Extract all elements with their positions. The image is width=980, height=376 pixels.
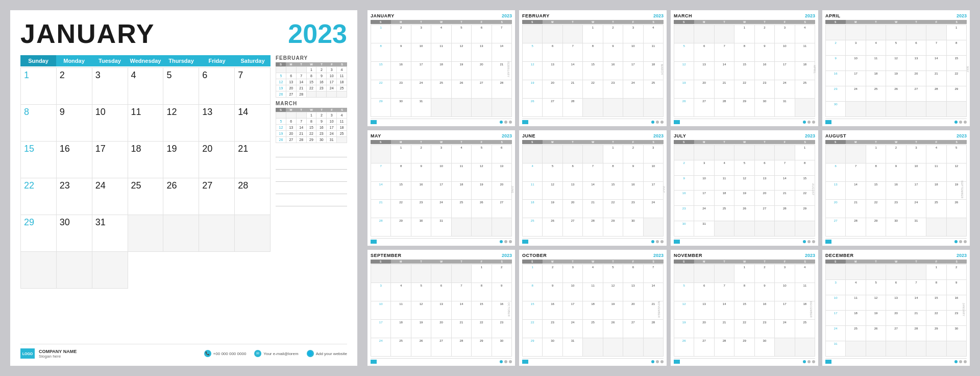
thumb-day-header: S — [492, 20, 512, 24]
thumb-day-cell: 6 — [826, 163, 846, 182]
thumb-day-cell: 26 — [411, 338, 431, 357]
thumb-dot-1 — [651, 360, 654, 363]
thumb-day-header: T — [906, 20, 926, 24]
thumb-day-cell: 24 — [563, 320, 583, 338]
thumb-day-cell: 2 — [755, 265, 775, 283]
thumb-empty-cell — [755, 145, 775, 160]
thumb-day-header: M — [543, 140, 563, 144]
thumb-side-label: OCTOBER — [507, 302, 510, 317]
thumb-month: SEPTEMBER — [371, 253, 402, 258]
thumb-day-cell: 28 — [715, 99, 734, 117]
main-cal-section: Sunday Monday Tuesday Wednesday Thursday… — [20, 55, 271, 340]
thumb-dot-1 — [954, 121, 958, 124]
thumb-dot-2 — [504, 360, 507, 363]
thumb-day-cell: 2 — [623, 145, 643, 163]
day-13: 13 — [199, 105, 235, 142]
thumb-side-label: AUGUST — [812, 183, 815, 196]
day-empty-5 — [21, 252, 57, 289]
thumb-empty-cell — [603, 99, 623, 117]
thumb-day-headers: SMTWTFS — [674, 20, 815, 24]
thumb-day-cell: 7 — [644, 265, 664, 283]
thumb-day-cell: 7 — [371, 163, 391, 182]
thumb-december: DECEMBER 2023 JANUARYSMTWTFS123456789101… — [822, 250, 970, 366]
thumb-day-cell: 23 — [755, 80, 775, 99]
thumb-dot-1 — [500, 360, 503, 363]
thumb-day-header: F — [775, 260, 795, 264]
thumb-day-cell: 22 — [523, 320, 543, 338]
thumb-empty-cell — [583, 338, 603, 357]
thumb-day-cell: 27 — [543, 99, 562, 117]
day-header-wed: Wednesday — [128, 55, 163, 66]
thumb-day-cell: 9 — [391, 43, 411, 62]
thumb-day-cell: 8 — [866, 163, 886, 182]
thumb-day-cell: 5 — [472, 145, 492, 163]
thumb-day-cell: 4 — [795, 25, 815, 43]
thumb-day-cell: 4 — [391, 283, 411, 301]
thumb-day-cell: 30 — [755, 338, 775, 357]
thumb-day-cell: 26 — [947, 200, 967, 218]
thumb-empty-cell — [543, 25, 562, 43]
thumb-header-july: JULY 2023 — [674, 133, 815, 138]
thumb-day-cell: 30 — [947, 326, 967, 341]
thumb-empty-cell — [775, 221, 795, 237]
logo-box: LOGO — [20, 348, 35, 359]
thumb-day-cell: 7 — [906, 280, 926, 295]
thumb-side-label: NOVEMBER — [658, 301, 661, 318]
thumb-year: 2023 — [502, 133, 512, 138]
thumb-day-cell: 6 — [492, 145, 512, 163]
thumb-footer — [674, 119, 815, 124]
thumb-day-cell: 13 — [472, 43, 492, 62]
thumb-dots — [651, 240, 664, 243]
main-year: 2023 — [288, 20, 347, 47]
thumb-day-cell: 6 — [694, 283, 714, 301]
main-footer: LOGO COMPANY NAME Slogan here 📞 +00 000 … — [20, 344, 347, 359]
thumb-day-cell: 28 — [452, 338, 472, 357]
thumb-day-header: S — [522, 20, 543, 24]
thumb-day-cell: 28 — [492, 80, 512, 99]
thumb-day-cell: 13 — [543, 62, 562, 80]
thumb-dot-2 — [504, 121, 507, 124]
thumb-day-cell: 17 — [411, 62, 431, 80]
thumb-day-cell: 1 — [472, 265, 492, 283]
thumb-day-cell: 13 — [694, 62, 714, 80]
website-icon: 🌐 — [307, 350, 314, 357]
thumb-month: APRIL — [825, 13, 841, 18]
thumb-header-december: DECEMBER 2023 — [825, 253, 967, 258]
thumb-day-cell: 2 — [603, 25, 623, 43]
thumb-day-cell: 8 — [795, 160, 815, 176]
side-feb-title: FEBRUARY — [276, 55, 347, 61]
thumb-day-cell: 16 — [674, 191, 694, 206]
thumb-february: FEBRUARY 2023 MARCHSMTWTFS12345678910111… — [519, 10, 667, 126]
thumb-day-cell: 13 — [906, 56, 926, 71]
thumb-day-cell: 2 — [674, 160, 694, 176]
thumb-side-label: MAY — [966, 66, 969, 73]
thumb-day-header: W — [431, 260, 452, 264]
thumb-empty-cell — [846, 145, 866, 163]
thumb-empty-cell — [846, 102, 866, 117]
thumb-day-header: M — [543, 260, 563, 264]
email-text: Your e-mail@lorem — [263, 351, 298, 356]
thumb-day-header: M — [391, 260, 411, 264]
thumb-day-cell: 14 — [563, 62, 583, 80]
thumb-day-cell: 6 — [543, 43, 562, 62]
thumb-day-header: S — [795, 20, 815, 24]
thumb-empty-cell — [846, 265, 866, 280]
thumb-day-header: W — [431, 20, 452, 24]
thumb-day-header: T — [562, 140, 583, 144]
thumb-day-cell: 23 — [492, 320, 512, 338]
thumb-empty-cell — [543, 145, 562, 163]
thumb-day-cell: 15 — [523, 301, 543, 320]
day-empty-6 — [57, 252, 92, 289]
thumb-day-cell: 18 — [866, 71, 886, 86]
thumb-day-header: W — [583, 20, 603, 24]
thumb-empty-cell — [492, 218, 512, 237]
note-line-2 — [276, 160, 347, 170]
thumb-day-cell: 3 — [644, 145, 664, 163]
thumb-day-cell: 26 — [674, 99, 694, 117]
thumb-footer — [371, 119, 512, 124]
thumb-side-label: MARCH — [661, 64, 664, 75]
thumb-footer — [825, 119, 967, 124]
thumb-day-header: S — [674, 140, 694, 144]
contact-website: 🌐 Add your website — [307, 350, 347, 357]
thumb-header-may: MAY 2023 — [371, 133, 512, 138]
